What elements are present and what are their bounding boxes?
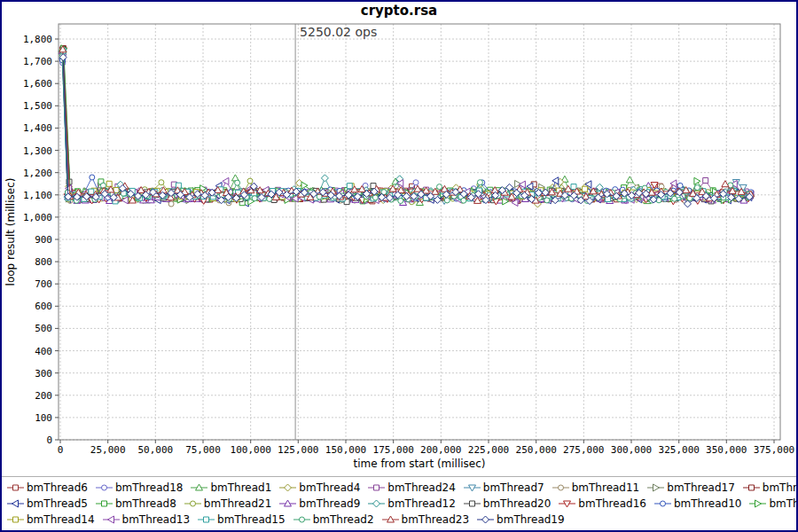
chart-title: crypto.rsa <box>2 3 796 19</box>
series-markers-bmThread23 <box>59 46 755 204</box>
legend-label: bmThread6 <box>27 481 88 494</box>
legend-item-bmThread13: bmThread13 <box>103 513 191 526</box>
series-line-bmThread17 <box>63 51 751 200</box>
tick-label-y: 0 <box>46 434 52 446</box>
tick-label-x: 225,000 <box>468 444 509 456</box>
square-marker-icon <box>198 514 215 525</box>
legend-row: bmThread5bmThread8bmThread21bmThread9bmT… <box>7 496 791 512</box>
tick-label-y: 900 <box>35 234 52 246</box>
legend-label: bmThread14 <box>27 513 95 526</box>
tick-label-y: 100 <box>35 412 52 424</box>
legend-item-bmThread4: bmThread4 <box>279 481 360 494</box>
benchmark-chart-window: crypto.rsa 5250.02 ops025,00050,00075,00… <box>0 0 798 532</box>
legend-label: bmThread7 <box>483 481 544 494</box>
chart-legend: bmThread6bmThread18bmThread1bmThread4bmT… <box>2 476 796 530</box>
series-line-bmThread22 <box>63 49 749 201</box>
y-axis-label: loop result (millisec) <box>4 178 17 286</box>
legend-label: bmThread4 <box>299 481 360 494</box>
series-line-bmThread6 <box>62 50 750 201</box>
tick-label-x: 300,000 <box>611 444 652 456</box>
tick-label-y: 300 <box>35 368 52 379</box>
tick-label-x: 200,000 <box>420 444 461 456</box>
series-line-bmThread11 <box>62 55 748 204</box>
tick-label-y: 1,100 <box>23 190 52 201</box>
series-line-bmThread21 <box>63 53 749 202</box>
legend-label: bmThread9 <box>299 497 360 510</box>
tick-label-x: 75,000 <box>185 444 221 456</box>
tick-label-y: 1,700 <box>23 56 52 67</box>
tick-label-y: 1,300 <box>23 145 52 157</box>
series-line-bmThread7 <box>63 53 750 200</box>
legend-item-bmThread20: bmThread20 <box>464 497 552 510</box>
legend-label: bmThread11 <box>572 481 640 494</box>
series-line-bmThread3 <box>64 49 750 201</box>
tick-label-x: 325,000 <box>659 444 700 456</box>
series-line-bmThread5 <box>63 59 749 203</box>
series-markers-bmThread24 <box>61 48 754 203</box>
legend-label: bmThread22 <box>763 481 798 494</box>
series-markers-bmThread14 <box>60 49 752 201</box>
triangle-up-marker-icon <box>382 514 399 525</box>
legend-label: bmThread5 <box>27 497 88 510</box>
tick-label-y: 1,500 <box>23 100 52 112</box>
series-line-bmThread12 <box>63 55 750 199</box>
triangle-up-marker-icon <box>279 498 296 509</box>
legend-item-bmThread23: bmThread23 <box>382 513 470 526</box>
series-line-bmThread10 <box>62 60 751 199</box>
legend-label: bmThread21 <box>204 497 272 510</box>
legend-label: bmThread1 <box>210 481 271 494</box>
tick-label-x: 125,000 <box>278 444 318 456</box>
legend-item-bmThread17: bmThread17 <box>647 481 735 494</box>
legend-item-bmThread14: bmThread14 <box>7 513 95 526</box>
triangle-down-marker-icon <box>559 498 575 509</box>
series-line-bmThread1 <box>62 49 749 202</box>
legend-item-bmThread15: bmThread15 <box>198 513 286 526</box>
tick-label-x: 375,000 <box>754 444 794 456</box>
triangle-left-marker-icon <box>7 498 24 509</box>
diamond-marker-icon <box>477 514 494 525</box>
legend-label: bmThread15 <box>217 513 286 526</box>
square-marker-icon <box>464 498 481 509</box>
tick-label-y: 200 <box>35 390 52 402</box>
diamond-marker-icon <box>279 482 296 493</box>
series-markers-bmThread15 <box>60 48 752 204</box>
legend-item-bmThread7: bmThread7 <box>464 481 544 494</box>
legend-item-bmThread8: bmThread8 <box>96 497 176 510</box>
legend-label: bmThread23 <box>402 513 470 526</box>
legend-label: bmThread8 <box>115 497 176 510</box>
tick-label-y: 1,800 <box>23 34 52 45</box>
circle-marker-icon <box>96 482 113 493</box>
tick-label-y: 700 <box>35 278 52 290</box>
triangle-right-marker-icon <box>749 498 766 509</box>
square-marker-icon <box>7 482 24 493</box>
tick-label-y: 800 <box>35 256 52 268</box>
series-line-bmThread9 <box>62 51 748 203</box>
legend-label: bmThread12 <box>387 497 456 510</box>
series-line-bmThread14 <box>63 51 749 199</box>
tick-label-x: 250,000 <box>516 444 557 456</box>
legend-item-bmThread1: bmThread1 <box>191 481 271 494</box>
series-markers-bmThread3 <box>61 45 754 205</box>
legend-item-bmThread10: bmThread10 <box>654 497 742 510</box>
square-marker-icon <box>96 498 113 509</box>
legend-label: bmThread13 <box>122 513 191 526</box>
tick-label-x: 150,000 <box>325 444 366 456</box>
legend-item-bmThread6: bmThread6 <box>7 481 88 494</box>
circle-marker-icon <box>552 482 569 493</box>
series-line-bmThread8 <box>63 50 750 202</box>
tick-label-y: 1,600 <box>23 78 52 90</box>
legend-label: bmThread3 <box>769 497 798 510</box>
legend-label: bmThread17 <box>667 481 735 494</box>
legend-item-bmThread22: bmThread22 <box>743 481 798 494</box>
legend-item-bmThread3: bmThread3 <box>749 497 798 510</box>
legend-label: bmThread24 <box>387 481 456 494</box>
square-marker-icon <box>368 482 385 493</box>
series-line-bmThread2 <box>62 57 748 201</box>
tick-label-y: 1,400 <box>23 122 52 134</box>
circle-marker-icon <box>184 498 201 509</box>
legend-label: bmThread10 <box>674 497 742 510</box>
legend-item-bmThread5: bmThread5 <box>7 497 88 510</box>
legend-item-bmThread11: bmThread11 <box>552 481 640 494</box>
triangle-left-marker-icon <box>103 514 120 525</box>
legend-label: bmThread20 <box>483 497 552 510</box>
